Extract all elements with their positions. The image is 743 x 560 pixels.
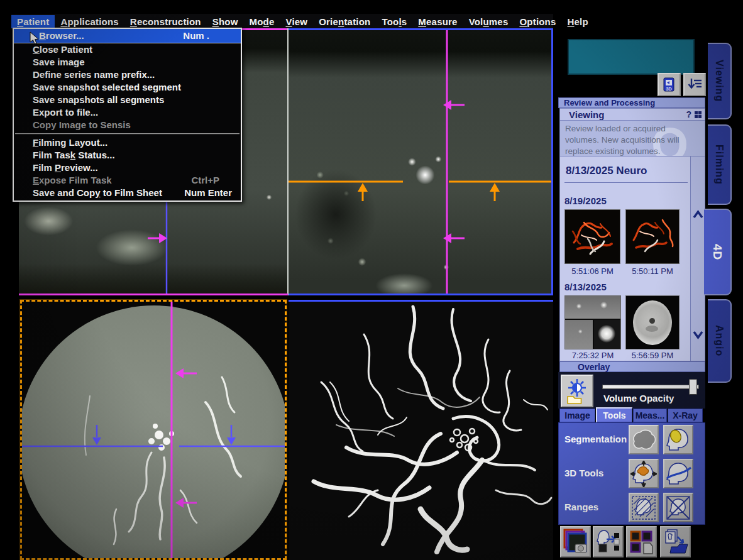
red-vessel-thumb xyxy=(626,210,679,263)
head-peel-button[interactable] xyxy=(663,425,693,454)
quadrant-bottom-left[interactable] xyxy=(20,300,287,560)
thumbnail-time: 5:50:11 PM xyxy=(625,266,680,276)
thumbnail-series[interactable] xyxy=(564,209,620,264)
menu-mode[interactable]: Mode xyxy=(244,15,280,28)
export-folder-button[interactable] xyxy=(660,526,691,557)
range-exclude-icon xyxy=(666,495,691,520)
menu-item-save-copy-film-sheet[interactable]: Save and Copy to Film Sheet Num Enter xyxy=(14,187,241,200)
patient-menu-dropdown: Browser... Num . Close Patient Save imag… xyxy=(13,28,242,202)
menu-item-film-preview[interactable]: Film Preview... xyxy=(14,162,241,174)
volume-3d-browser-icon: 3D xyxy=(661,76,678,93)
menu-item-copy-image-to-sensis: Copy Image to Sensis xyxy=(14,119,241,131)
panel-header: Review and Processing xyxy=(558,97,705,108)
thumbnail-series[interactable] xyxy=(625,209,680,264)
menu-item-filming-layout[interactable]: Filming Layout... xyxy=(14,136,241,149)
vtab-viewing[interactable]: Viewing xyxy=(708,43,732,119)
thumbnail-time: 5:51:06 PM xyxy=(564,266,620,276)
film-sheet-button[interactable] xyxy=(626,526,657,557)
tab-image[interactable]: Image xyxy=(559,409,595,422)
menu-reconstruction[interactable]: Reconstruction xyxy=(124,15,207,28)
menu-help[interactable]: Help xyxy=(562,15,594,28)
menu-item-expose-film-task: Expose Film Task Ctrl+P xyxy=(14,174,241,187)
shortcut-label: Num . xyxy=(183,29,209,43)
menu-tools[interactable]: Tools xyxy=(376,15,412,28)
ranges-label: Ranges xyxy=(564,502,598,512)
vtab-filming[interactable]: Filming xyxy=(708,124,732,205)
export-folder-icon xyxy=(663,528,689,556)
thumbnail-time: 5:56:59 PM xyxy=(625,351,680,360)
film-sheet-icon xyxy=(629,528,655,556)
segmentation-blob-button[interactable] xyxy=(629,425,659,454)
menu-item-save-snapshots-all[interactable]: Save snapshots all segments xyxy=(14,94,241,106)
series-sequence-button[interactable] xyxy=(683,73,706,96)
patient-info-redacted xyxy=(568,39,695,75)
montage-tile xyxy=(565,296,620,319)
tab-meas[interactable]: Meas... xyxy=(633,409,667,422)
menu-item-export-to-file[interactable]: Export to file... xyxy=(14,106,241,119)
vtab-4d[interactable]: 4D xyxy=(704,209,732,295)
study-label: 8/13/2025 Neuro xyxy=(566,165,647,177)
screen: { "menu_bar": { "items": [ {"label":"Pat… xyxy=(0,0,743,560)
head-peel-icon xyxy=(665,427,691,453)
series-scrollbar[interactable] xyxy=(690,156,705,361)
menu-options[interactable]: Options xyxy=(514,15,561,28)
menu-show[interactable]: Show xyxy=(207,15,244,28)
volume-opacity-slider-handle[interactable] xyxy=(689,379,697,395)
range-exclude-button[interactable] xyxy=(663,493,693,522)
menu-volumes[interactable]: Volumes xyxy=(463,15,514,28)
menu-measure[interactable]: Measure xyxy=(412,15,463,28)
viewing-info-text: Review loaded or acquired volumes. New a… xyxy=(560,121,705,156)
crosshair-overlay-top-right[interactable] xyxy=(289,30,553,294)
segmentation-blob-icon xyxy=(631,428,656,452)
quadrant-bottom-right[interactable] xyxy=(289,300,553,560)
study-underline xyxy=(564,182,688,183)
series-date: 8/13/2025 xyxy=(564,282,607,292)
axial-brain-thumb xyxy=(633,300,672,345)
head-cut-button[interactable] xyxy=(663,459,693,488)
scroll-up-icon[interactable] xyxy=(692,208,704,222)
tab-xray[interactable]: X-Ray xyxy=(668,409,703,422)
shortcut-label: Ctrl+P xyxy=(191,174,219,187)
scroll-down-icon[interactable] xyxy=(692,327,704,341)
viewing-section-title: Viewing xyxy=(560,109,604,120)
menu-item-save-image[interactable]: Save image xyxy=(14,56,241,69)
mouse-cursor xyxy=(29,31,40,45)
overlay-brightness-button[interactable] xyxy=(561,375,593,407)
volume-opacity-label: Volume Opacity xyxy=(603,393,674,404)
viewing-info-box: Q Review loaded or acquired volumes. New… xyxy=(559,121,705,156)
panel-header-label: Review and Processing xyxy=(564,98,655,107)
menu-item-film-task-status[interactable]: Film Task Status... xyxy=(14,149,241,162)
vtab-angio[interactable]: Angio xyxy=(708,299,732,383)
menu-item-save-snapshot-selected[interactable]: Save snapshot selected segment xyxy=(14,81,241,94)
help-icon[interactable]: ? xyxy=(686,109,691,119)
menu-item-close-patient[interactable]: Close Patient xyxy=(14,43,241,56)
save-image-stack-icon xyxy=(563,528,589,556)
red-vessel-thumb xyxy=(565,210,620,263)
menu-patient[interactable]: Patient xyxy=(11,15,55,28)
crosshair-overlay-bottom-left[interactable] xyxy=(22,302,285,558)
volume-3d-browser-button[interactable]: 3D xyxy=(658,73,681,96)
thumbnail-series[interactable] xyxy=(625,295,680,349)
menu-applications[interactable]: Applications xyxy=(55,15,124,28)
segmentation-label: Segmentation xyxy=(564,434,627,444)
thumbnail-time: 7:25:32 PM xyxy=(564,351,621,360)
head-pan-button[interactable] xyxy=(629,459,659,488)
menu-orientation[interactable]: Orientation xyxy=(313,15,376,28)
quadrant-top-right[interactable] xyxy=(289,28,553,294)
menu-view[interactable]: View xyxy=(280,15,313,28)
export-film-button[interactable] xyxy=(593,526,624,557)
export-film-icon xyxy=(595,528,622,556)
svg-text:3D: 3D xyxy=(666,86,672,92)
menu-item-define-series-prefix[interactable]: Define series name prefix... xyxy=(14,69,241,81)
quadrant-divider-right-blue xyxy=(289,294,553,295)
brightness-overlay-icon xyxy=(563,377,591,405)
thumbnail-series[interactable] xyxy=(564,295,621,349)
range-hatch-button[interactable] xyxy=(629,493,659,522)
volume-opacity-slider[interactable] xyxy=(602,385,699,389)
montage-tile xyxy=(594,320,620,349)
layout-grid-icon[interactable] xyxy=(694,111,702,119)
3d-tools-label: 3D Tools xyxy=(564,468,603,478)
menu-item-browser[interactable]: Browser... Num . xyxy=(14,29,241,43)
tab-tools[interactable]: Tools xyxy=(596,407,632,422)
save-image-stack-button[interactable] xyxy=(560,526,591,557)
